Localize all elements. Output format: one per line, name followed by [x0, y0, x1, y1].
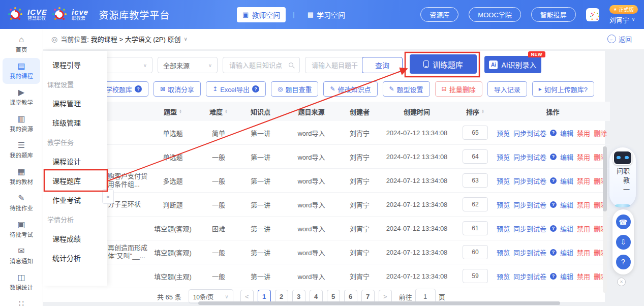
- order-input[interactable]: [463, 197, 488, 211]
- smart-screencast-button[interactable]: 智能投屏: [531, 7, 576, 22]
- duplicate-check-button[interactable]: ◎ 题目查重 ?: [271, 81, 319, 97]
- order-input[interactable]: [463, 173, 488, 188]
- resource-library-button[interactable]: 资源库: [420, 7, 458, 22]
- sync-to-paper-link[interactable]: 同步到试卷: [513, 176, 546, 186]
- sync-to-paper-link[interactable]: 同步到试卷: [513, 200, 546, 209]
- help-icon[interactable]: ?: [550, 130, 557, 136]
- preview-link[interactable]: 预览: [497, 224, 510, 233]
- menu-section-learning-analysis[interactable]: 学情分析: [43, 209, 107, 229]
- sidebar-item-my-resources[interactable]: ▥ 我的资源: [3, 111, 40, 137]
- sync-to-paper-link[interactable]: 同步到试卷: [513, 248, 546, 257]
- user-menu[interactable]: ★正式版 刘宵宁∨: [609, 5, 638, 24]
- column-header[interactable]: 题型 ▲▼: [147, 107, 198, 116]
- sync-to-paper-link[interactable]: 同步到试卷: [513, 128, 546, 138]
- close-icon[interactable]: ✕: [617, 278, 626, 286]
- edit-link[interactable]: 编辑: [560, 200, 573, 209]
- help-icon[interactable]: ?: [550, 273, 557, 280]
- disable-link[interactable]: 禁用: [577, 176, 590, 186]
- column-header[interactable]: 知识点 ▲▼: [239, 107, 282, 116]
- menu-item-course-question-bank[interactable]: 课程题库: [43, 171, 107, 190]
- menu-section-course-settings[interactable]: 课程设置: [43, 74, 107, 94]
- vertical-scrollbar-thumb[interactable]: [603, 146, 607, 211]
- menu-item-course-design[interactable]: 课程设计: [43, 151, 107, 171]
- help-icon[interactable]: ?: [550, 225, 557, 232]
- question-type-settings-button[interactable]: ✎ 题型设置 ?: [383, 81, 430, 97]
- customer-service-icon[interactable]: ☎: [616, 215, 631, 229]
- excel-export-button[interactable]: ↥ Excel导出 ?: [206, 81, 266, 97]
- disable-link[interactable]: 禁用: [577, 224, 590, 233]
- sidebar-item-home[interactable]: ⌂ 首页: [3, 32, 40, 57]
- disable-link[interactable]: 禁用: [577, 200, 590, 209]
- edit-link[interactable]: 编辑: [560, 152, 573, 162]
- order-input[interactable]: [463, 126, 488, 140]
- sidebar-item-classroom-teaching[interactable]: ▶ 课堂教学: [3, 84, 40, 110]
- order-input[interactable]: [463, 245, 488, 259]
- help-icon[interactable]: ?: [550, 154, 557, 160]
- menu-section-teaching-tasks[interactable]: 教学任务: [43, 132, 107, 151]
- help-icon[interactable]: ?: [550, 249, 557, 256]
- menu-item-course-guide[interactable]: 课程引导: [43, 55, 107, 74]
- back-button[interactable]: ← 返回: [607, 34, 632, 44]
- edit-link[interactable]: 编辑: [560, 271, 573, 281]
- preview-link[interactable]: 预览: [497, 128, 510, 138]
- sidebar-item-data-statistics[interactable]: ◫ 数据统计: [3, 269, 40, 295]
- assistant-widget[interactable]: 职教一问: [609, 147, 636, 207]
- menu-item-statistics-analysis[interactable]: 统计分析: [43, 248, 107, 267]
- sync-to-paper-link[interactable]: 同步到试卷: [513, 224, 546, 233]
- tab-learning-space[interactable]: ▤ 学习空间: [302, 7, 351, 22]
- training-bank-button[interactable]: 训练题库: [410, 54, 477, 74]
- sidebar-item-my-textbooks[interactable]: ▦ 我的教材: [3, 164, 40, 190]
- sync-to-paper-link[interactable]: 同步到试卷: [513, 271, 546, 281]
- menu-item-course-management[interactable]: 课程管理: [43, 94, 107, 113]
- sort-icon[interactable]: ▲▼: [481, 109, 484, 114]
- order-input[interactable]: [463, 221, 488, 235]
- sidebar-item-pending-exams[interactable]: ▣ 待批考试: [3, 217, 40, 242]
- edit-link[interactable]: 编辑: [560, 176, 573, 186]
- menu-item-homework-exam[interactable]: 作业考试: [43, 190, 107, 209]
- disable-link[interactable]: 禁用: [577, 152, 590, 162]
- disable-link[interactable]: 禁用: [577, 248, 590, 257]
- edit-link[interactable]: 编辑: [560, 248, 573, 257]
- app-logo-icon[interactable]: [586, 8, 599, 21]
- column-header[interactable]: 创建时间 ▲▼: [379, 107, 455, 116]
- sort-icon[interactable]: ▲▼: [179, 109, 182, 114]
- preview-link[interactable]: 预览: [497, 200, 510, 209]
- delete-link[interactable]: 删除: [594, 128, 607, 138]
- how-to-upload-button[interactable]: ▸ 如何上传题库? ?: [532, 81, 594, 97]
- help-icon[interactable]: ?: [550, 177, 557, 184]
- tab-teacher-space[interactable]: ▣ 教师空间: [237, 7, 286, 22]
- batch-delete-button[interactable]: ⊟ 批量删除 ?: [435, 81, 482, 97]
- mooc-academy-button[interactable]: MOOC学院: [469, 7, 520, 22]
- import-records-button[interactable]: 导入记录 ?: [487, 81, 527, 97]
- sidebar-item-pending-homework[interactable]: ✎ 待批作业: [3, 190, 40, 216]
- user-name[interactable]: 刘宵宁∨: [609, 15, 635, 24]
- sidebar-item-third-party-apps[interactable]: ∷ 第三方应用: [3, 296, 40, 306]
- sidebar-item-my-question-bank[interactable]: ☰ 我的题库: [3, 137, 40, 163]
- column-header[interactable]: 题目来源 ▲▼: [282, 107, 341, 116]
- chevron-down-icon[interactable]: ∨: [183, 36, 187, 42]
- edit-link[interactable]: 编辑: [560, 128, 573, 138]
- cancel-share-button[interactable]: ⊠ 取消分享 ?: [154, 81, 201, 97]
- column-header[interactable]: 操作 ▲▼: [496, 107, 610, 116]
- order-input[interactable]: [463, 149, 488, 164]
- horizontal-scrollbar[interactable]: [198, 301, 560, 305]
- column-header[interactable]: 创建者 ▲▼: [341, 107, 379, 116]
- menu-item-class-management[interactable]: 班级管理: [43, 113, 107, 132]
- preview-link[interactable]: 预览: [497, 271, 510, 281]
- preview-link[interactable]: 预览: [497, 152, 510, 162]
- download-icon[interactable]: ⇩: [616, 235, 631, 250]
- edit-knowledge-button[interactable]: ✎ 修改知识点 ?: [323, 81, 377, 97]
- disable-link[interactable]: 禁用: [577, 271, 590, 281]
- menu-collapse-button[interactable]: «: [102, 189, 114, 204]
- disable-link[interactable]: 禁用: [577, 128, 590, 138]
- help-icon[interactable]: ?: [550, 201, 557, 208]
- search-button[interactable]: 查询: [362, 57, 403, 73]
- sort-icon[interactable]: ▲▼: [225, 109, 228, 114]
- ai-recognition-button[interactable]: Ai AI识别录入 NEW: [484, 56, 541, 73]
- stem-search-input[interactable]: [311, 61, 368, 70]
- preview-link[interactable]: 预览: [497, 176, 510, 186]
- knowledge-search-input[interactable]: [228, 61, 286, 70]
- sync-to-paper-link[interactable]: 同步到试卷: [513, 152, 546, 162]
- preview-link[interactable]: 预览: [497, 248, 510, 257]
- menu-item-course-grades[interactable]: 课程成绩: [43, 229, 107, 248]
